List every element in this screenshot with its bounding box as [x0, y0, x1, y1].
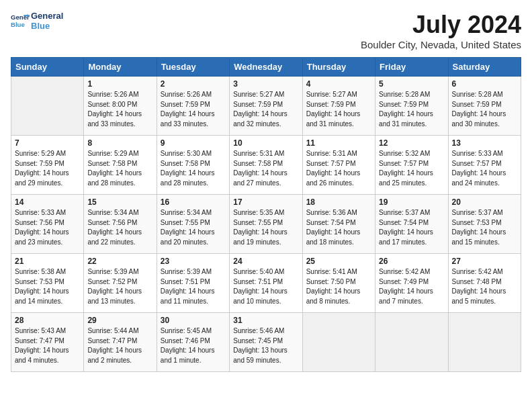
logo: General Blue General Blue — [11, 11, 63, 31]
day-info: Sunrise: 5:46 AM Sunset: 7:45 PM Dayligh… — [233, 326, 298, 365]
day-number: 13 — [452, 138, 517, 148]
day-number: 24 — [233, 257, 298, 266]
day-number: 28 — [15, 316, 80, 325]
day-info: Sunrise: 5:39 AM Sunset: 7:51 PM Dayligh… — [161, 267, 226, 306]
day-number: 12 — [379, 138, 444, 148]
day-info: Sunrise: 5:26 AM Sunset: 8:00 PM Dayligh… — [87, 90, 152, 129]
calendar-cell: 7Sunrise: 5:29 AM Sunset: 7:59 PM Daylig… — [11, 136, 84, 195]
day-info: Sunrise: 5:42 AM Sunset: 7:48 PM Dayligh… — [452, 267, 517, 306]
day-number: 31 — [233, 316, 298, 325]
calendar-cell: 30Sunrise: 5:45 AM Sunset: 7:46 PM Dayli… — [157, 313, 229, 372]
day-info: Sunrise: 5:45 AM Sunset: 7:46 PM Dayligh… — [161, 326, 226, 365]
calendar-cell: 9Sunrise: 5:30 AM Sunset: 7:58 PM Daylig… — [157, 136, 229, 195]
calendar-cell: 28Sunrise: 5:43 AM Sunset: 7:47 PM Dayli… — [11, 313, 84, 372]
calendar-week-1: 1Sunrise: 5:26 AM Sunset: 8:00 PM Daylig… — [11, 77, 521, 136]
calendar-cell: 3Sunrise: 5:27 AM Sunset: 7:59 PM Daylig… — [230, 77, 302, 136]
svg-text:General: General — [11, 13, 30, 21]
day-info: Sunrise: 5:40 AM Sunset: 7:51 PM Dayligh… — [233, 267, 298, 306]
day-info: Sunrise: 5:30 AM Sunset: 7:58 PM Dayligh… — [161, 149, 226, 188]
day-number: 27 — [452, 257, 517, 266]
day-info: Sunrise: 5:32 AM Sunset: 7:57 PM Dayligh… — [379, 149, 444, 188]
month-title: July 2024 — [361, 11, 521, 39]
calendar-cell: 10Sunrise: 5:31 AM Sunset: 7:58 PM Dayli… — [230, 136, 302, 195]
day-info: Sunrise: 5:29 AM Sunset: 7:59 PM Dayligh… — [15, 149, 80, 188]
day-info: Sunrise: 5:33 AM Sunset: 7:57 PM Dayligh… — [452, 149, 517, 188]
calendar-cell: 24Sunrise: 5:40 AM Sunset: 7:51 PM Dayli… — [230, 254, 302, 313]
calendar-cell: 4Sunrise: 5:27 AM Sunset: 7:59 PM Daylig… — [302, 77, 375, 136]
day-info: Sunrise: 5:35 AM Sunset: 7:55 PM Dayligh… — [233, 208, 298, 247]
day-info: Sunrise: 5:28 AM Sunset: 7:59 PM Dayligh… — [379, 90, 444, 129]
day-info: Sunrise: 5:43 AM Sunset: 7:47 PM Dayligh… — [15, 326, 80, 365]
calendar-cell: 16Sunrise: 5:34 AM Sunset: 7:55 PM Dayli… — [157, 195, 229, 254]
header-cell-tuesday: Tuesday — [157, 58, 229, 77]
calendar-cell: 12Sunrise: 5:32 AM Sunset: 7:57 PM Dayli… — [375, 136, 448, 195]
day-number: 2 — [161, 79, 226, 89]
day-info: Sunrise: 5:39 AM Sunset: 7:52 PM Dayligh… — [87, 267, 152, 306]
header-cell-friday: Friday — [375, 58, 448, 77]
calendar-cell: 18Sunrise: 5:36 AM Sunset: 7:54 PM Dayli… — [302, 195, 375, 254]
calendar-cell: 19Sunrise: 5:37 AM Sunset: 7:54 PM Dayli… — [375, 195, 448, 254]
location-title: Boulder City, Nevada, United States — [361, 39, 521, 50]
day-info: Sunrise: 5:33 AM Sunset: 7:56 PM Dayligh… — [15, 208, 80, 247]
day-number: 22 — [87, 257, 152, 266]
calendar-cell: 26Sunrise: 5:42 AM Sunset: 7:49 PM Dayli… — [375, 254, 448, 313]
calendar-cell: 25Sunrise: 5:41 AM Sunset: 7:50 PM Dayli… — [302, 254, 375, 313]
day-number: 18 — [306, 197, 371, 207]
day-number: 3 — [233, 79, 298, 89]
day-info: Sunrise: 5:42 AM Sunset: 7:49 PM Dayligh… — [379, 267, 444, 306]
day-info: Sunrise: 5:29 AM Sunset: 7:58 PM Dayligh… — [87, 149, 152, 188]
calendar-body: 1Sunrise: 5:26 AM Sunset: 8:00 PM Daylig… — [11, 77, 521, 372]
header-cell-monday: Monday — [84, 58, 157, 77]
day-info: Sunrise: 5:31 AM Sunset: 7:58 PM Dayligh… — [233, 149, 298, 188]
day-number: 9 — [161, 138, 226, 148]
calendar-week-2: 7Sunrise: 5:29 AM Sunset: 7:59 PM Daylig… — [11, 136, 521, 195]
day-info: Sunrise: 5:27 AM Sunset: 7:59 PM Dayligh… — [233, 90, 298, 129]
header-cell-thursday: Thursday — [302, 58, 375, 77]
day-number: 25 — [306, 257, 371, 266]
calendar-cell: 5Sunrise: 5:28 AM Sunset: 7:59 PM Daylig… — [375, 77, 448, 136]
day-info: Sunrise: 5:37 AM Sunset: 7:53 PM Dayligh… — [452, 208, 517, 247]
day-info: Sunrise: 5:41 AM Sunset: 7:50 PM Dayligh… — [306, 267, 371, 306]
day-number: 1 — [87, 79, 152, 89]
calendar-cell — [302, 313, 375, 372]
page-header: General Blue General Blue July 2024 Boul… — [11, 11, 521, 50]
calendar-cell: 23Sunrise: 5:39 AM Sunset: 7:51 PM Dayli… — [157, 254, 229, 313]
day-info: Sunrise: 5:26 AM Sunset: 7:59 PM Dayligh… — [161, 90, 226, 129]
day-number: 14 — [15, 197, 80, 207]
calendar-cell: 21Sunrise: 5:38 AM Sunset: 7:53 PM Dayli… — [11, 254, 84, 313]
calendar-cell: 14Sunrise: 5:33 AM Sunset: 7:56 PM Dayli… — [11, 195, 84, 254]
calendar-cell — [448, 313, 521, 372]
day-number: 26 — [379, 257, 444, 266]
calendar-week-3: 14Sunrise: 5:33 AM Sunset: 7:56 PM Dayli… — [11, 195, 521, 254]
svg-text:Blue: Blue — [11, 21, 25, 28]
day-number: 17 — [233, 197, 298, 207]
calendar-cell: 29Sunrise: 5:44 AM Sunset: 7:47 PM Dayli… — [84, 313, 157, 372]
day-info: Sunrise: 5:31 AM Sunset: 7:57 PM Dayligh… — [306, 149, 371, 188]
calendar-week-5: 28Sunrise: 5:43 AM Sunset: 7:47 PM Dayli… — [11, 313, 521, 372]
day-info: Sunrise: 5:27 AM Sunset: 7:59 PM Dayligh… — [306, 90, 371, 129]
day-number: 10 — [233, 138, 298, 148]
calendar-cell: 8Sunrise: 5:29 AM Sunset: 7:58 PM Daylig… — [84, 136, 157, 195]
day-info: Sunrise: 5:37 AM Sunset: 7:54 PM Dayligh… — [379, 208, 444, 247]
logo-text-general: General — [31, 11, 63, 21]
calendar-cell: 13Sunrise: 5:33 AM Sunset: 7:57 PM Dayli… — [448, 136, 521, 195]
header-cell-wednesday: Wednesday — [230, 58, 302, 77]
calendar-cell: 11Sunrise: 5:31 AM Sunset: 7:57 PM Dayli… — [302, 136, 375, 195]
calendar-table: SundayMondayTuesdayWednesdayThursdayFrid… — [11, 57, 521, 372]
day-info: Sunrise: 5:34 AM Sunset: 7:55 PM Dayligh… — [161, 208, 226, 247]
day-info: Sunrise: 5:36 AM Sunset: 7:54 PM Dayligh… — [306, 208, 371, 247]
day-number: 16 — [161, 197, 226, 207]
day-info: Sunrise: 5:34 AM Sunset: 7:56 PM Dayligh… — [87, 208, 152, 247]
calendar-cell — [11, 77, 84, 136]
day-number: 23 — [161, 257, 226, 266]
calendar-cell: 22Sunrise: 5:39 AM Sunset: 7:52 PM Dayli… — [84, 254, 157, 313]
day-info: Sunrise: 5:44 AM Sunset: 7:47 PM Dayligh… — [87, 326, 152, 365]
day-number: 6 — [452, 79, 517, 89]
calendar-cell: 6Sunrise: 5:28 AM Sunset: 7:59 PM Daylig… — [448, 77, 521, 136]
day-number: 8 — [87, 138, 152, 148]
header-row: SundayMondayTuesdayWednesdayThursdayFrid… — [11, 58, 521, 77]
header-cell-sunday: Sunday — [11, 58, 84, 77]
day-number: 5 — [379, 79, 444, 89]
calendar-cell: 31Sunrise: 5:46 AM Sunset: 7:45 PM Dayli… — [230, 313, 302, 372]
calendar-cell: 15Sunrise: 5:34 AM Sunset: 7:56 PM Dayli… — [84, 195, 157, 254]
